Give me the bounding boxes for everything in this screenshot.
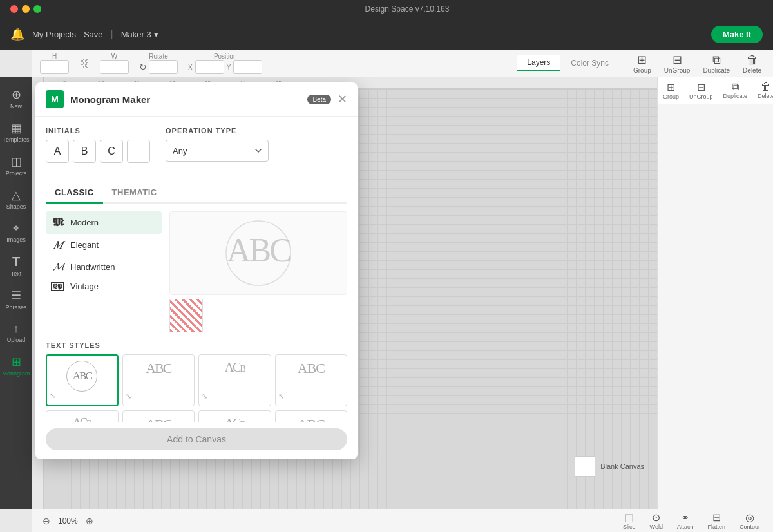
zoom-increase-btn[interactable]: ⊕ xyxy=(83,515,96,527)
initials-operation-row: INITIALS OPERATION TYPE Any Cut Draw Sc xyxy=(46,127,347,173)
divider: | xyxy=(111,28,113,40)
y-input[interactable] xyxy=(233,60,262,74)
bottom-bar: ⊖ 100% ⊕ ◫ Slice ⊙ Weld ⚭ Attach ⊟ Flatt… xyxy=(32,509,773,532)
maker-selector[interactable]: Maker 3 ▾ xyxy=(121,30,158,39)
style-item-handwritten[interactable]: 𝓜 Handwritten xyxy=(46,256,162,277)
monogram-preview: ABC xyxy=(169,211,347,295)
slice-tool[interactable]: ◫ Slice xyxy=(618,510,641,531)
duplicate-tool-icon: ⧉ xyxy=(732,81,739,93)
text-style-2[interactable]: ABC ⤡ xyxy=(122,354,195,406)
group-label: Group xyxy=(633,67,651,74)
sidebar-item-images[interactable]: ⌖ Images xyxy=(1,216,31,248)
bell-icon[interactable]: 🔔 xyxy=(10,27,24,41)
vintage-icon: 𝕻𝕻 xyxy=(51,282,65,291)
x-input[interactable] xyxy=(195,60,224,74)
ungroup-tool[interactable]: ⊟ UnGroup xyxy=(684,77,718,104)
initial-box-3[interactable] xyxy=(100,140,123,163)
mac-controls xyxy=(5,5,46,13)
duplicate-tool-label: Duplicate xyxy=(723,93,748,99)
beta-badge: Beta xyxy=(307,95,331,104)
classic-tab[interactable]: CLASSIC xyxy=(46,182,103,202)
duplicate-tool[interactable]: ⧉ Duplicate xyxy=(718,77,753,104)
style-item-elegant[interactable]: 𝑀 Elegant xyxy=(46,234,162,256)
initial-box-1[interactable] xyxy=(46,140,69,163)
left-sidebar: ⊕ New ▦ Templates ◫ Projects △ Shapes ⌖ … xyxy=(0,77,32,509)
y-label: Y xyxy=(227,64,231,71)
rotate-label: Rotate xyxy=(149,53,167,60)
width-input[interactable] xyxy=(100,60,129,74)
group-icon: ⊞ xyxy=(637,53,647,67)
height-control: H xyxy=(40,53,69,74)
ungroup-button[interactable]: ⊟ UnGroup xyxy=(660,52,694,75)
text-style-4[interactable]: ABC ⤡ xyxy=(275,354,348,406)
elegant-icon: 𝑀 xyxy=(51,238,65,252)
sidebar-upload-label: Upload xyxy=(7,337,26,343)
initial-box-4[interactable] xyxy=(127,140,150,163)
style-tabs: CLASSIC THEMATIC xyxy=(46,182,347,204)
zoom-decrease-btn[interactable]: ⊖ xyxy=(40,515,53,527)
modal-header: M Monogram Maker Beta ✕ xyxy=(35,82,358,117)
text-style-5-preview: ACB xyxy=(73,416,91,422)
operation-select[interactable]: Any Cut Draw Score xyxy=(166,140,269,162)
sidebar-item-monogram[interactable]: ⊞ Monogram xyxy=(1,350,31,382)
my-projects-link[interactable]: My Projects xyxy=(32,30,76,39)
weld-tool[interactable]: ⊙ Weld xyxy=(645,510,668,531)
sidebar-item-projects[interactable]: ◫ Projects xyxy=(1,149,31,182)
ungroup-tool-icon: ⊟ xyxy=(697,81,705,93)
group-tool-icon: ⊞ xyxy=(667,81,675,93)
rotate-input[interactable] xyxy=(149,60,178,74)
delete-button[interactable]: 🗑 Delete xyxy=(739,52,765,75)
sidebar-item-templates[interactable]: ▦ Templates xyxy=(1,116,31,148)
right-panel: ⊞ Group ⊟ UnGroup ⧉ Duplicate 🗑 Delete xyxy=(657,77,773,509)
style-item-modern[interactable]: 𝕸 Modern xyxy=(46,211,162,234)
mac-minimize-btn[interactable] xyxy=(22,5,30,13)
text-style-3[interactable]: ACB ⤡ xyxy=(198,354,271,406)
initials-boxes xyxy=(46,140,150,163)
maker-chevron-icon: ▾ xyxy=(154,30,158,39)
monogram-svg: ABC xyxy=(223,218,294,289)
sidebar-item-new[interactable]: ⊕ New xyxy=(1,82,31,115)
sidebar-item-phrases[interactable]: ☰ Phrases xyxy=(1,283,31,316)
delete-tool-icon: 🗑 xyxy=(761,81,771,93)
group-tool-label: Group xyxy=(663,93,679,100)
mac-maximize-btn[interactable] xyxy=(33,5,41,13)
group-button[interactable]: ⊞ Group xyxy=(629,52,655,75)
make-it-button[interactable]: Make It xyxy=(711,26,763,43)
layers-tab[interactable]: Layers xyxy=(517,55,560,71)
sidebar-item-shapes[interactable]: △ Shapes xyxy=(1,183,31,215)
text-styles-label: TEXT STYLES xyxy=(46,341,347,349)
text-style-6[interactable]: ABC ⤡ xyxy=(122,410,195,422)
text-style-2-preview: ABC xyxy=(146,360,171,377)
h-label: H xyxy=(52,53,57,60)
flatten-tool[interactable]: ⊟ Flatten xyxy=(702,510,730,531)
contour-tool[interactable]: ◎ Contour xyxy=(734,510,765,531)
blank-canvas-label: Blank Canvas xyxy=(600,462,644,470)
duplicate-button[interactable]: ⧉ Duplicate xyxy=(699,52,734,75)
color-sync-tab[interactable]: Color Sync xyxy=(560,55,619,71)
templates-icon: ▦ xyxy=(11,121,22,135)
text-style-5[interactable]: ACB ⤡ xyxy=(46,410,119,422)
delete-tool[interactable]: 🗑 Delete xyxy=(752,77,773,104)
mac-close-btn[interactable] xyxy=(10,5,18,13)
style-list: 𝕸 Modern 𝑀 Elegant 𝓜 Handwritten 𝕻𝕻 Vint… xyxy=(46,211,162,332)
initial-box-2[interactable] xyxy=(73,140,96,163)
shapes-icon: △ xyxy=(12,188,21,202)
style-item-vintage[interactable]: 𝕻𝕻 Vintage xyxy=(46,277,162,296)
height-input[interactable] xyxy=(40,60,69,74)
sidebar-phrases-label: Phrases xyxy=(5,304,26,310)
bottom-tools: ◫ Slice ⊙ Weld ⚭ Attach ⊟ Flatten ◎ Cont… xyxy=(618,510,765,531)
group-tool[interactable]: ⊞ Group xyxy=(658,77,684,104)
sidebar-item-text[interactable]: T Text xyxy=(1,249,31,282)
contour-label: Contour xyxy=(740,524,760,530)
text-style-1[interactable]: ABC ⤡ xyxy=(46,354,119,406)
add-to-canvas-button[interactable]: Add to Canvas xyxy=(46,428,347,450)
text-style-8[interactable]: ABC ⤡ xyxy=(275,410,348,422)
text-style-7[interactable]: ACB ⤡ xyxy=(198,410,271,422)
thematic-tab[interactable]: THEMATIC xyxy=(103,182,166,202)
sidebar-item-upload[interactable]: ↑ Upload xyxy=(1,317,31,348)
attach-tool[interactable]: ⚭ Attach xyxy=(672,510,699,531)
attach-label: Attach xyxy=(677,524,694,530)
rotate-control: Rotate ↻ xyxy=(139,53,178,74)
save-link[interactable]: Save xyxy=(84,30,103,39)
modal-close-button[interactable]: ✕ xyxy=(338,92,347,106)
